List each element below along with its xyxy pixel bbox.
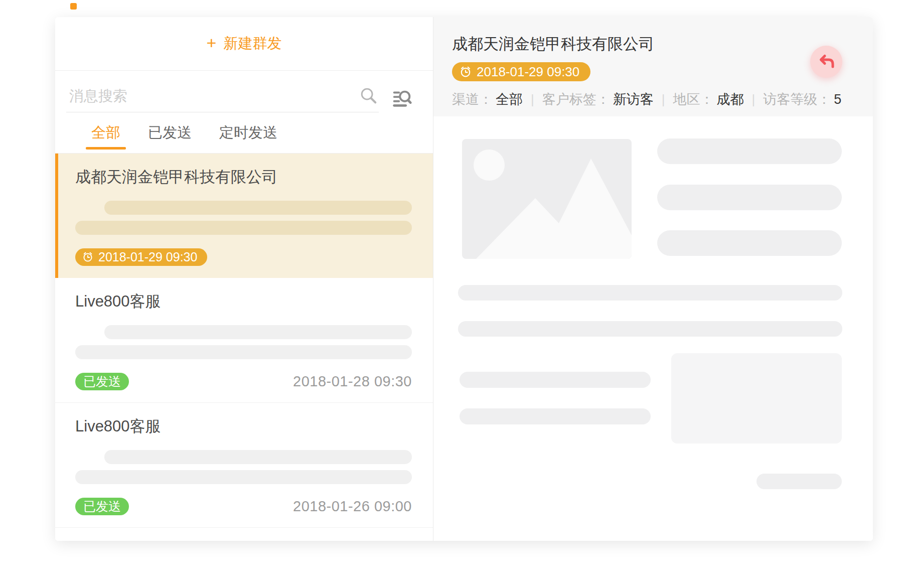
text-placeholder-bar	[104, 325, 412, 339]
schedule-time-badge: 2018-01-29 09:30	[452, 62, 590, 81]
text-placeholder-bar	[75, 221, 412, 235]
message-list-item[interactable]: 成都天润金铠甲科技有限公司 2018-01-29 09:30	[55, 154, 433, 278]
message-list-item[interactable]: Live800客服 已发送 2018-01-26 09:00	[55, 403, 433, 528]
content-placeholder-bar	[458, 285, 842, 301]
message-detail-panel: 成都天润金铠甲科技有限公司 2018-01-29 09:30 渠道：全部 | 客…	[433, 17, 873, 541]
content-placeholder-bar	[458, 321, 842, 337]
meta-value: 成都	[717, 90, 744, 108]
clock-icon	[459, 65, 472, 78]
content-placeholder-bar	[757, 474, 842, 489]
content-placeholder-bar	[460, 408, 651, 424]
text-placeholder-bar	[104, 450, 412, 464]
plus-icon: +	[207, 34, 217, 51]
brand-dot	[70, 3, 77, 10]
item-date: 2018-01-28 09:30	[293, 373, 412, 390]
message-list-item[interactable]: Live800客服 已发送 2018-01-28 09:30	[55, 278, 433, 403]
status-badge-sent: 已发送	[75, 498, 129, 515]
return-arrow-icon	[817, 52, 836, 71]
clock-icon	[82, 251, 94, 263]
content-placeholder-bar	[657, 138, 842, 164]
search-icon[interactable]	[359, 86, 378, 105]
item-title: Live800客服	[75, 292, 412, 311]
message-filter-tabs: 全部 已发送 定时发送	[55, 125, 433, 154]
schedule-time-badge: 2018-01-29 09:30	[75, 248, 207, 266]
tab-sent[interactable]: 已发送	[148, 125, 192, 150]
item-title: Live800客服	[75, 417, 412, 436]
meta-separator: |	[531, 92, 534, 107]
meta-value: 全部	[496, 90, 523, 108]
bulk-message-window: + 新建群发 全部 已发送 定时发送	[55, 17, 873, 541]
message-list-panel: + 新建群发 全部 已发送 定时发送	[55, 17, 433, 541]
meta-separator: |	[752, 92, 756, 107]
new-broadcast-button[interactable]: + 新建群发	[55, 17, 433, 71]
status-badge-sent: 已发送	[75, 373, 129, 390]
advanced-search-icon[interactable]	[391, 87, 414, 109]
meta-label: 渠道：	[452, 90, 493, 108]
content-placeholder-bar	[657, 230, 842, 256]
tab-all[interactable]: 全部	[91, 125, 120, 150]
meta-separator: |	[662, 92, 665, 107]
text-placeholder-bar	[104, 201, 412, 215]
meta-label: 客户标签：	[542, 90, 610, 108]
new-broadcast-label: 新建群发	[223, 34, 281, 54]
target-filter-summary: 渠道：全部 | 客户标签：新访客 | 地区：成都 | 访客等级：5	[452, 90, 873, 108]
meta-label: 访客等级：	[763, 90, 831, 108]
meta-value: 5	[834, 92, 841, 107]
tab-scheduled[interactable]: 定时发送	[219, 125, 277, 150]
detail-header: 成都天润金铠甲科技有限公司 2018-01-29 09:30 渠道：全部 | 客…	[433, 17, 873, 116]
content-placeholder-bar	[657, 185, 842, 210]
image-placeholder-icon	[462, 139, 632, 259]
detail-title: 成都天润金铠甲科技有限公司	[452, 34, 873, 54]
meta-value: 新访客	[613, 90, 654, 108]
message-preview-skeleton	[433, 116, 873, 541]
message-list: 成都天润金铠甲科技有限公司 2018-01-29 09:30	[55, 154, 433, 541]
search-row	[55, 71, 433, 125]
content-placeholder-block	[671, 353, 842, 444]
item-title: 成都天润金铠甲科技有限公司	[75, 168, 412, 187]
return-button[interactable]	[810, 46, 842, 78]
text-placeholder-bar	[75, 345, 412, 359]
meta-label: 地区：	[673, 90, 714, 108]
message-search-input[interactable]	[66, 88, 359, 107]
search-field	[66, 83, 379, 112]
text-placeholder-bar	[75, 470, 412, 484]
content-placeholder-bar	[460, 372, 651, 388]
item-date: 2018-01-26 09:00	[293, 498, 412, 515]
